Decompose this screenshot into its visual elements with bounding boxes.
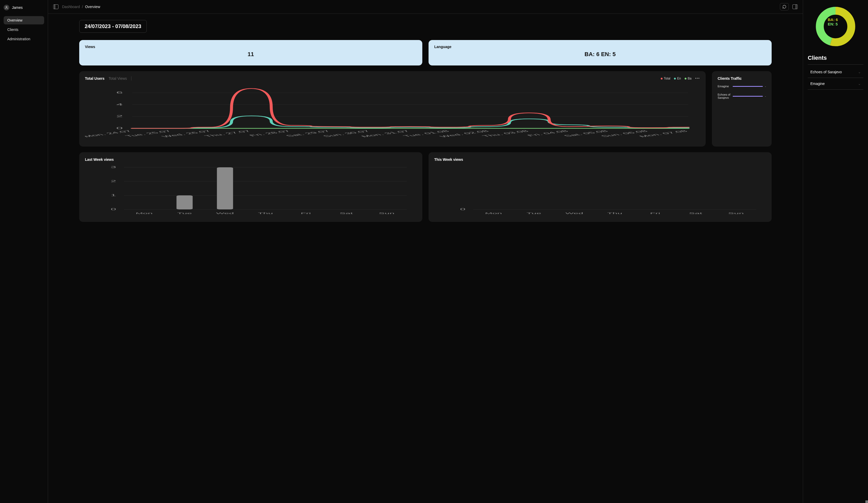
svg-text:Tue: Tue [177, 212, 192, 215]
svg-text:Thu: Thu [258, 212, 273, 215]
svg-rect-33 [217, 167, 233, 209]
svg-text:Mon: Mon [485, 212, 502, 215]
svg-text:Thu: Thu [607, 212, 622, 215]
svg-text:Sat: Sat [340, 212, 353, 215]
svg-text:Fri: Fri [301, 212, 311, 215]
svg-text:0: 0 [460, 208, 465, 211]
clients-traffic-panel: Clients Traffic Emagine - Echoes of Sara… [712, 71, 772, 146]
breadcrumb: Dashboard / Overview [62, 5, 100, 9]
content[interactable]: 24/07/2023 - 07/08/2023 Views 11 Languag… [48, 14, 803, 503]
svg-text:Mon: Mon [136, 212, 153, 215]
panel-title: Last Week views [85, 157, 416, 162]
last-week-panel: Last Week views 0123MonTueWedThuFriSatSu… [79, 152, 422, 222]
legend-dot [661, 78, 663, 80]
sidebar-item-administration[interactable]: Administration [4, 35, 44, 43]
sidebar: James Overview Clients Administration [0, 0, 48, 503]
stat-label: Language [434, 45, 766, 49]
traffic-row: Echoes of Sarajevo - [717, 93, 766, 99]
svg-text:Fri. 04.08: Fri. 04.08 [525, 130, 570, 137]
main-column: Dashboard / Overview 24/07/2023 - 07/08/… [48, 0, 803, 503]
sidebar-item-label: Overview [7, 18, 22, 22]
svg-text:4: 4 [116, 103, 123, 106]
traffic-bar [733, 86, 763, 87]
svg-text:6: 6 [116, 91, 123, 94]
accordion-label: Emagine [810, 82, 825, 86]
breadcrumb-parent[interactable]: Dashboard [62, 5, 80, 9]
stat-value: 11 [85, 51, 416, 58]
legend-item-total: Total [661, 76, 670, 80]
accordion-label: Echoes of Sarajevo [810, 70, 842, 74]
panel-title: This Week views [434, 157, 766, 162]
refresh-button[interactable] [780, 3, 789, 10]
user-name: James [12, 6, 23, 10]
avatar [4, 5, 9, 10]
svg-text:3: 3 [111, 166, 116, 168]
chart-tabs: Total Users Total Views [85, 76, 132, 81]
more-icon[interactable]: ••• [695, 76, 700, 80]
chart-legend: Total En Ba ••• [661, 76, 700, 80]
aside-heading: Clients [808, 54, 863, 61]
stat-label: Views [85, 45, 416, 49]
bar-chart-this-week: 0MonTueWedThuFriSatSun [434, 165, 766, 217]
svg-text:Fri. 28.07: Fri. 28.07 [247, 130, 292, 137]
divider [808, 64, 863, 65]
sidebar-item-label: Clients [7, 28, 19, 32]
toggle-right-panel-icon[interactable] [793, 4, 798, 9]
svg-text:0: 0 [116, 127, 123, 130]
breadcrumb-sep: / [82, 5, 83, 9]
traffic-name: Emagine [717, 85, 731, 88]
traffic-name: Echoes of Sarajevo [717, 93, 731, 99]
traffic-value: - [765, 95, 766, 98]
tab-divider [131, 76, 132, 81]
refresh-icon [782, 5, 786, 9]
topbar: Dashboard / Overview [48, 0, 803, 14]
accordion-item-echoes[interactable]: Echoes of Sarajevo [808, 66, 863, 78]
breadcrumb-current: Overview [85, 5, 100, 9]
donut-label-ba: BA: 6 [828, 18, 838, 22]
bar-chart-last-week: 0123MonTueWedThuFriSatSun [85, 165, 416, 217]
user-row[interactable]: James [4, 5, 44, 10]
svg-text:Fri: Fri [650, 212, 660, 215]
traffic-value: - [765, 85, 766, 88]
date-range-picker[interactable]: 24/07/2023 - 07/08/2023 [79, 20, 147, 33]
svg-text:Mon. 24.07: Mon. 24.07 [85, 130, 133, 138]
svg-text:Wed: Wed [216, 212, 234, 215]
svg-point-0 [6, 6, 7, 8]
svg-text:2: 2 [116, 115, 123, 118]
traffic-bar [733, 96, 763, 97]
traffic-row: Emagine - [717, 85, 766, 88]
donut-label-en: EN: 5 [828, 22, 838, 26]
svg-text:0: 0 [111, 208, 116, 211]
legend-item-en: En [674, 76, 681, 80]
svg-text:1: 1 [111, 194, 116, 197]
toggle-left-panel-icon[interactable] [53, 4, 59, 9]
line-chart: 0246Mon. 24.07Tue. 25.07Wed. 26.07Thu. 2… [85, 84, 700, 141]
stat-card-views: Views 11 [79, 40, 422, 65]
svg-rect-32 [177, 195, 193, 209]
chevron-down-icon [858, 82, 861, 85]
this-week-panel: This Week views 0MonTueWedThuFriSatSun [428, 152, 772, 222]
chart-panel-total-users: Total Users Total Views Total En Ba ••• … [79, 71, 706, 146]
sidebar-nav: Overview Clients Administration [4, 16, 44, 43]
svg-text:Sun: Sun [379, 212, 394, 215]
traffic-title: Clients Traffic [717, 76, 766, 81]
stat-value: BA: 6 EN: 5 [434, 51, 766, 58]
svg-text:Wed: Wed [566, 212, 583, 215]
tab-total-views[interactable]: Total Views [108, 76, 127, 81]
stat-card-language: Language BA: 6 EN: 5 [428, 40, 772, 65]
legend-dot [674, 78, 676, 80]
sidebar-item-clients[interactable]: Clients [4, 25, 44, 34]
accordion-item-emagine[interactable]: Emagine [808, 78, 863, 90]
legend-dot [685, 78, 686, 80]
sidebar-item-label: Administration [7, 37, 30, 41]
svg-text:Tue: Tue [526, 212, 541, 215]
donut-labels: BA: 6 EN: 5 [828, 18, 838, 26]
svg-text:2: 2 [111, 180, 116, 183]
language-donut: BA: 6 EN: 5 [815, 6, 856, 47]
resize-handle[interactable] [865, 500, 868, 503]
right-aside: BA: 6 EN: 5 Clients Echoes of Sarajevo E… [803, 0, 868, 503]
svg-text:Sat: Sat [689, 212, 702, 215]
tab-total-users[interactable]: Total Users [85, 76, 104, 81]
sidebar-item-overview[interactable]: Overview [4, 16, 44, 24]
svg-text:Sun: Sun [728, 212, 744, 215]
